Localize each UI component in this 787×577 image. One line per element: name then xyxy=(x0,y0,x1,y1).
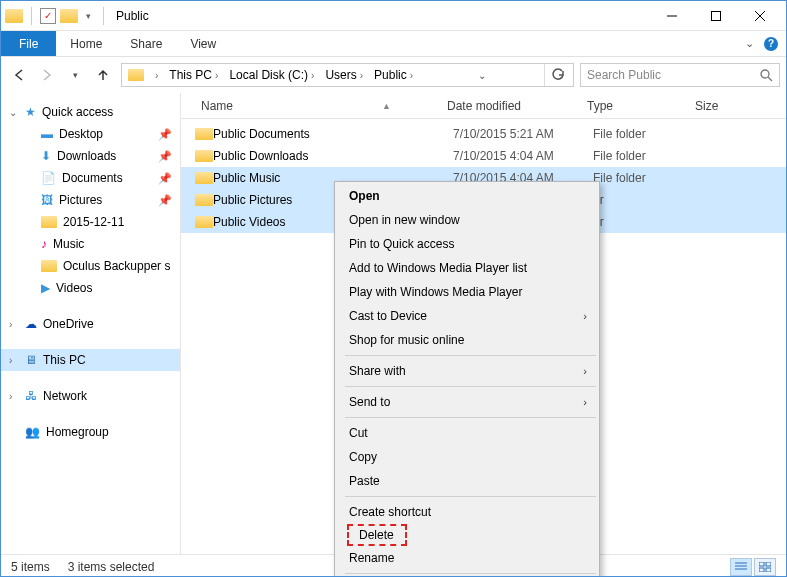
address-row: ▾ › This PC› Local Disk (C:)› Users› Pub… xyxy=(1,57,786,93)
ctx-delete[interactable]: Delete xyxy=(347,524,407,546)
close-button[interactable] xyxy=(738,2,782,30)
file-row[interactable]: Public Documents 7/10/2015 5:21 AM File … xyxy=(181,123,786,145)
file-row[interactable]: Public Downloads 7/10/2015 4:04 AM File … xyxy=(181,145,786,167)
submenu-arrow-icon: › xyxy=(583,310,587,322)
address-bar[interactable]: › This PC› Local Disk (C:)› Users› Publi… xyxy=(121,63,574,87)
ctx-play-wmp[interactable]: Play with Windows Media Player xyxy=(337,280,597,304)
status-selection-count: 3 items selected xyxy=(68,560,155,574)
pin-icon: 📌 xyxy=(158,150,172,163)
ctx-paste[interactable]: Paste xyxy=(337,469,597,493)
tab-file[interactable]: File xyxy=(1,31,56,56)
nav-quick-access[interactable]: ⌄★Quick access xyxy=(1,101,180,123)
svg-rect-12 xyxy=(766,568,771,572)
ribbon: File Home Share View ⌄ ? xyxy=(1,31,786,57)
nav-oculus[interactable]: Oculus Backupper s xyxy=(1,255,180,277)
separator xyxy=(31,7,32,25)
svg-rect-9 xyxy=(759,562,764,566)
col-name[interactable]: Name▲ xyxy=(181,93,439,118)
col-type[interactable]: Type xyxy=(579,93,687,118)
nav-desktop[interactable]: ▬Desktop📌 xyxy=(1,123,180,145)
navigation-pane: ⌄★Quick access ▬Desktop📌 ⬇Downloads📌 📄Do… xyxy=(1,93,181,554)
nav-homegroup[interactable]: 👥Homegroup xyxy=(1,421,180,443)
folder-icon xyxy=(195,128,213,140)
ctx-separator xyxy=(345,355,596,356)
search-box[interactable]: Search Public xyxy=(580,63,780,87)
ctx-cut[interactable]: Cut xyxy=(337,421,597,445)
ctx-rename[interactable]: Rename xyxy=(337,546,597,570)
search-icon xyxy=(760,69,773,82)
crumb-chevron[interactable]: › xyxy=(148,64,165,86)
details-view-button[interactable] xyxy=(730,558,752,576)
crumb-thispc[interactable]: This PC› xyxy=(165,64,225,86)
sort-asc-icon: ▲ xyxy=(382,101,391,111)
ribbon-expand-icon[interactable]: ⌄ xyxy=(745,37,754,50)
col-size[interactable]: Size xyxy=(687,93,786,118)
ctx-open[interactable]: Open xyxy=(337,184,597,208)
address-folder-icon xyxy=(128,69,144,81)
address-dropdown-icon[interactable]: ⌄ xyxy=(474,70,490,81)
svg-line-5 xyxy=(768,77,772,81)
folder-icon xyxy=(195,172,213,184)
qat-properties-icon[interactable]: ✓ xyxy=(40,8,56,24)
ctx-shop-music[interactable]: Shop for music online xyxy=(337,328,597,352)
nav-pictures[interactable]: 🖼Pictures📌 xyxy=(1,189,180,211)
ctx-create-shortcut[interactable]: Create shortcut xyxy=(337,500,597,524)
nav-music[interactable]: ♪Music xyxy=(1,233,180,255)
ctx-separator xyxy=(345,386,596,387)
pin-icon: 📌 xyxy=(158,128,172,141)
col-date[interactable]: Date modified xyxy=(439,93,579,118)
folder-icon xyxy=(195,216,213,228)
view-switcher xyxy=(730,558,776,576)
crumb-users[interactable]: Users› xyxy=(321,64,370,86)
recent-dropdown-icon[interactable]: ▾ xyxy=(63,63,87,87)
maximize-button[interactable] xyxy=(694,2,738,30)
nav-thispc[interactable]: ›🖥This PC xyxy=(1,349,180,371)
ctx-send-to[interactable]: Send to› xyxy=(337,390,597,414)
forward-button[interactable] xyxy=(35,63,59,87)
ctx-separator xyxy=(345,417,596,418)
nav-downloads[interactable]: ⬇Downloads📌 xyxy=(1,145,180,167)
tab-home[interactable]: Home xyxy=(56,31,116,56)
minimize-button[interactable] xyxy=(650,2,694,30)
help-icon[interactable]: ? xyxy=(764,37,778,51)
crumb-public[interactable]: Public› xyxy=(370,64,420,86)
ctx-separator xyxy=(345,573,596,574)
thumbnails-view-button[interactable] xyxy=(754,558,776,576)
app-folder-icon xyxy=(5,9,23,23)
nav-buttons: ▾ xyxy=(7,63,115,87)
svg-point-4 xyxy=(761,70,769,78)
column-headers: Name▲ Date modified Type Size xyxy=(181,93,786,119)
tab-share[interactable]: Share xyxy=(116,31,176,56)
submenu-arrow-icon: › xyxy=(583,365,587,377)
separator xyxy=(103,7,104,25)
context-menu: Open Open in new window Pin to Quick acc… xyxy=(334,181,600,577)
svg-rect-10 xyxy=(766,562,771,566)
nav-network[interactable]: ›🖧Network xyxy=(1,385,180,407)
back-button[interactable] xyxy=(7,63,31,87)
ctx-add-wmp-list[interactable]: Add to Windows Media Player list xyxy=(337,256,597,280)
quick-access-toolbar: ✓ ▾ xyxy=(5,7,108,25)
submenu-arrow-icon: › xyxy=(583,396,587,408)
nav-onedrive[interactable]: ›☁OneDrive xyxy=(1,313,180,335)
refresh-button[interactable] xyxy=(544,64,571,86)
title-bar: ✓ ▾ Public xyxy=(1,1,786,31)
tab-view[interactable]: View xyxy=(176,31,230,56)
qat-newfolder-icon[interactable] xyxy=(60,9,78,23)
svg-rect-1 xyxy=(712,11,721,20)
ctx-separator xyxy=(345,496,596,497)
folder-icon xyxy=(195,150,213,162)
nav-date-folder[interactable]: 2015-12-11 xyxy=(1,211,180,233)
pin-icon: 📌 xyxy=(158,172,172,185)
folder-icon xyxy=(195,194,213,206)
ctx-copy[interactable]: Copy xyxy=(337,445,597,469)
pin-icon: 📌 xyxy=(158,194,172,207)
qat-dropdown-icon[interactable]: ▾ xyxy=(82,11,95,21)
ctx-share-with[interactable]: Share with› xyxy=(337,359,597,383)
ctx-open-new-window[interactable]: Open in new window xyxy=(337,208,597,232)
nav-documents[interactable]: 📄Documents📌 xyxy=(1,167,180,189)
nav-videos[interactable]: ▶Videos xyxy=(1,277,180,299)
ctx-cast[interactable]: Cast to Device› xyxy=(337,304,597,328)
ctx-pin-quick-access[interactable]: Pin to Quick access xyxy=(337,232,597,256)
up-button[interactable] xyxy=(91,63,115,87)
crumb-localdisk[interactable]: Local Disk (C:)› xyxy=(225,64,321,86)
